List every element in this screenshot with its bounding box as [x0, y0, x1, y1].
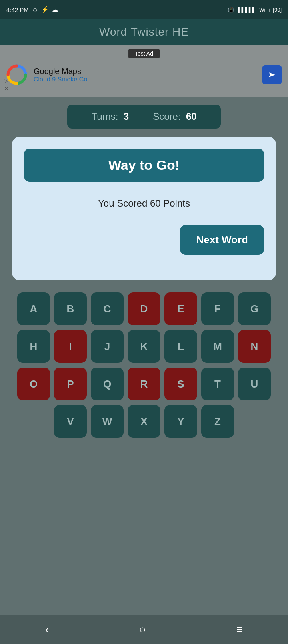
dialog-card: Way to Go! You Scored 60 Points Next Wor… — [12, 137, 276, 280]
whatsapp-icon: ☺ — [32, 6, 38, 13]
turns-label: Turns: 3 — [91, 111, 129, 122]
score-pill: Turns: 3 Score: 60 — [67, 105, 220, 129]
status-left: 4:42 PM ☺ ⚡ ☁ — [6, 6, 58, 13]
app-title: Word Twister HE — [99, 26, 189, 38]
score-label: Score: 60 — [153, 111, 196, 122]
key-g[interactable]: G — [238, 292, 271, 325]
status-right: 📳 ▌▌▌▌▌ WiFi [90] — [228, 7, 282, 13]
key-a[interactable]: A — [17, 292, 50, 325]
key-row: ABCDEFG — [6, 292, 282, 325]
ad-test-label: Test Ad — [128, 49, 160, 58]
dialog-header: Way to Go! — [24, 149, 264, 182]
dialog-score-text: You Scored 60 Points — [24, 198, 264, 209]
key-v[interactable]: V — [54, 405, 87, 438]
next-word-button[interactable]: Next Word — [180, 225, 264, 255]
key-r[interactable]: R — [128, 368, 160, 400]
time: 4:42 PM — [6, 6, 29, 13]
key-q[interactable]: Q — [91, 368, 124, 400]
key-x[interactable]: X — [128, 405, 160, 438]
key-e[interactable]: E — [164, 292, 197, 325]
key-k[interactable]: K — [128, 330, 160, 363]
key-y[interactable]: Y — [164, 405, 197, 438]
score-value: 60 — [186, 111, 197, 122]
key-d[interactable]: D — [128, 292, 160, 325]
key-row: OPQRSTU — [6, 368, 282, 400]
signal-icon: ▌▌▌▌▌ — [238, 7, 256, 13]
ad-logo-icon — [6, 64, 27, 85]
key-o[interactable]: O — [17, 368, 50, 400]
key-row: VWXYZ — [6, 405, 282, 438]
key-m[interactable]: M — [201, 330, 234, 363]
svg-marker-1 — [269, 72, 275, 77]
app-title-bar: Word Twister HE — [0, 19, 288, 45]
key-j[interactable]: J — [91, 330, 124, 363]
ad-business-sub: Cloud 9 Smoke Co. — [34, 76, 262, 83]
menu-button[interactable]: ≡ — [236, 623, 243, 636]
status-bar: 4:42 PM ☺ ⚡ ☁ 📳 ▌▌▌▌▌ WiFi [90] — [0, 0, 288, 19]
key-t[interactable]: T — [201, 368, 234, 400]
key-i[interactable]: I — [54, 330, 87, 363]
navigation-arrow-icon — [266, 69, 278, 80]
key-b[interactable]: B — [54, 292, 87, 325]
ad-content: Google Maps Cloud 9 Smoke Co. — [6, 64, 282, 85]
dialog-title: Way to Go! — [33, 157, 255, 173]
turns-value: 3 — [124, 111, 129, 122]
key-s[interactable]: S — [164, 368, 197, 400]
key-h[interactable]: H — [17, 330, 50, 363]
battery-icon: [90] — [273, 7, 282, 13]
ad-business-name: Google Maps — [34, 67, 262, 76]
ad-banner: Test Ad Google Maps Cloud 9 Smoke Co. ▷ … — [0, 45, 288, 97]
key-n[interactable]: N — [238, 330, 271, 363]
score-bar: Turns: 3 Score: 60 — [0, 105, 288, 129]
wifi-icon: WiFi — [259, 7, 270, 13]
nav-bar: ‹ ○ ≡ — [0, 615, 288, 644]
key-row: HIJKLMN — [6, 330, 282, 363]
ad-close-icon[interactable]: ✕ — [4, 85, 9, 92]
key-z[interactable]: Z — [201, 405, 234, 438]
vibrate-icon: 📳 — [228, 7, 234, 13]
key-u[interactable]: U — [238, 368, 271, 400]
key-f[interactable]: F — [201, 292, 234, 325]
home-button[interactable]: ○ — [139, 623, 146, 636]
keyboard-area: ABCDEFGHIJKLMNOPQRSTUVWXYZ — [0, 284, 288, 451]
key-w[interactable]: W — [91, 405, 124, 438]
ad-controls: ▷ ✕ — [4, 78, 9, 92]
dialog-actions: Next Word — [24, 225, 264, 255]
key-c[interactable]: C — [91, 292, 124, 325]
ad-text: Google Maps Cloud 9 Smoke Co. — [34, 67, 262, 83]
key-p[interactable]: P — [54, 368, 87, 400]
ad-arrow-icon[interactable] — [262, 65, 282, 84]
key-l[interactable]: L — [164, 330, 197, 363]
back-button[interactable]: ‹ — [45, 623, 49, 636]
ad-play-icon[interactable]: ▷ — [4, 78, 9, 84]
usb-icon: ⚡ — [41, 6, 49, 13]
cloud-icon: ☁ — [52, 6, 58, 13]
